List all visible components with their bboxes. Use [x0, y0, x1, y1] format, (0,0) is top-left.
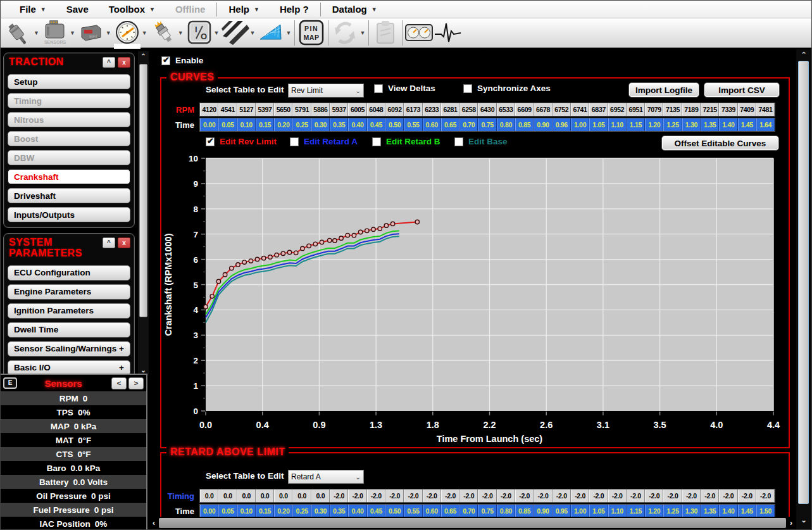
edit-base-checkbox[interactable]: [454, 137, 463, 146]
table-cell[interactable]: -2.0: [330, 489, 348, 502]
sidebar-item-crankshaft[interactable]: Crankshaft: [8, 169, 130, 184]
table-cell[interactable]: -2.0: [645, 489, 663, 502]
scrollbar-thumb[interactable]: [139, 64, 147, 317]
edit-sensors-button[interactable]: E: [3, 377, 17, 389]
crankshaft-chart[interactable]: 0123456789100.00.40.91.31.82.22.63.13.54…: [161, 153, 788, 447]
chevron-down-icon[interactable]: ▼: [285, 30, 291, 36]
table-cell[interactable]: 7135: [663, 103, 682, 116]
table-cell[interactable]: 0.20: [274, 118, 292, 131]
close-icon[interactable]: x: [118, 57, 130, 68]
table-cell[interactable]: 1.25: [663, 505, 682, 517]
table-cell[interactable]: 6752: [553, 103, 571, 116]
edit-retard-b-checkbox[interactable]: [372, 137, 381, 146]
table-cell[interactable]: 6233: [423, 103, 441, 116]
table-cell[interactable]: 0.0: [200, 489, 218, 502]
table-cell[interactable]: -2.0: [385, 489, 404, 502]
table-cell[interactable]: 0.0: [256, 489, 274, 502]
menu-help[interactable]: Help ?: [270, 1, 319, 18]
table-cell[interactable]: -2.0: [478, 489, 496, 502]
table-cell[interactable]: 0.0: [237, 489, 256, 502]
menu-file[interactable]: File▼: [9, 1, 56, 18]
efi-module-icon[interactable]: EFI: [77, 19, 106, 47]
table-cell[interactable]: -2.0: [663, 489, 682, 502]
table-cell[interactable]: 0.45: [367, 505, 385, 517]
scroll-right-icon[interactable]: ›: [786, 519, 796, 527]
table-cell[interactable]: 1.00: [571, 118, 589, 131]
tire-tread-icon[interactable]: [221, 19, 250, 47]
table-cell[interactable]: 1.05: [589, 505, 608, 517]
scroll-up-icon[interactable]: ⌃: [796, 51, 811, 59]
table-cell[interactable]: -2.0: [719, 489, 737, 502]
sidebar-item-basic-i-o[interactable]: Basic I/O+: [8, 360, 130, 375]
table-cell[interactable]: 5127: [237, 103, 256, 116]
table-cell[interactable]: 0.0: [292, 489, 311, 502]
table-cell[interactable]: 1.05: [589, 118, 608, 131]
table-cell[interactable]: -2.0: [404, 489, 422, 502]
table-cell[interactable]: 0.96: [553, 118, 571, 131]
table-cell[interactable]: 6430: [478, 103, 496, 116]
chevron-down-icon[interactable]: ▼: [70, 30, 75, 36]
injector-icon[interactable]: [4, 19, 34, 47]
table-cell[interactable]: 7215: [701, 103, 719, 116]
main-horizontal-scrollbar[interactable]: ‹ ›: [149, 517, 796, 529]
scroll-left-icon[interactable]: ‹: [149, 519, 159, 527]
sidebar-item-setup[interactable]: Setup: [8, 74, 130, 89]
table-cell[interactable]: 0.60: [423, 505, 441, 517]
table-cell[interactable]: 5397: [256, 103, 274, 116]
table-cell[interactable]: -2.0: [553, 489, 571, 502]
table-cell[interactable]: 6048: [367, 103, 385, 116]
table-cell[interactable]: 0.70: [459, 118, 478, 131]
table-cell[interactable]: 0.00: [200, 118, 218, 131]
table-cell[interactable]: 6609: [515, 103, 534, 116]
table-cell[interactable]: 1.15: [627, 118, 645, 131]
table-cell[interactable]: -2.0: [738, 489, 756, 502]
table-cell[interactable]: 0.55: [404, 118, 422, 131]
table-cell[interactable]: 0.10: [237, 505, 256, 517]
sidebar-item-inputs-outputs[interactable]: Inputs/Outputs: [8, 207, 130, 222]
sidebar-item-sensor-scaling-warnings[interactable]: Sensor Scaling/Warnings+: [8, 341, 130, 356]
table-cell[interactable]: 0.35: [330, 118, 348, 131]
table-cell[interactable]: 0.75: [478, 505, 496, 517]
table-cell[interactable]: 0.70: [459, 505, 478, 517]
sidebar-item-driveshaft[interactable]: Driveshaft: [8, 188, 130, 203]
sync-axes-checkbox[interactable]: [463, 84, 472, 93]
close-icon[interactable]: x: [118, 237, 130, 248]
table-cell[interactable]: 0.40: [348, 118, 366, 131]
table-cell[interactable]: 1.20: [645, 118, 663, 131]
table-cell[interactable]: -2.0: [571, 489, 589, 502]
table-cell[interactable]: 0.30: [311, 505, 330, 517]
table-cell[interactable]: 1.10: [608, 505, 627, 517]
table-cell[interactable]: -2.0: [701, 489, 719, 502]
table-cell[interactable]: 1.40: [719, 118, 737, 131]
import-csv-button[interactable]: Import CSV: [704, 82, 780, 98]
table-cell[interactable]: 7189: [682, 103, 701, 116]
table-cell[interactable]: 0.10: [237, 118, 256, 131]
table-cell[interactable]: 0.80: [497, 505, 515, 517]
table-cell[interactable]: 6952: [608, 103, 627, 116]
table-cell[interactable]: 0.15: [256, 118, 274, 131]
edit-rev-limit-checkbox[interactable]: [206, 137, 215, 146]
chevron-down-icon[interactable]: ▼: [250, 30, 256, 36]
table-cell[interactable]: -2.0: [682, 489, 701, 502]
table-cell[interactable]: 5791: [292, 103, 311, 116]
table-cell[interactable]: 7079: [645, 103, 663, 116]
pin-map-icon[interactable]: PINMAP: [297, 19, 326, 47]
table-select-dropdown[interactable]: Rev Limit⌄: [288, 84, 364, 98]
scroll-down-icon[interactable]: ⌄: [796, 516, 811, 524]
table-cell[interactable]: 6092: [385, 103, 404, 116]
table-cell[interactable]: 0.25: [292, 505, 311, 517]
table-cell[interactable]: 1.45: [738, 505, 756, 517]
chevron-down-icon[interactable]: ▼: [106, 30, 111, 36]
sidebar-item-engine-parameters[interactable]: Engine Parameters: [8, 284, 130, 300]
fan-icon[interactable]: [256, 19, 285, 47]
table-cell[interactable]: -2.0: [589, 489, 608, 502]
view-deltas-checkbox[interactable]: [374, 84, 383, 93]
offset-editable-curves-button[interactable]: Offset Editable Curves: [661, 136, 779, 151]
table-cell[interactable]: -2.0: [423, 489, 441, 502]
gauge-icon[interactable]: [113, 19, 142, 47]
table-cell[interactable]: 0.90: [534, 118, 552, 131]
chevron-down-icon[interactable]: ▼: [34, 30, 39, 36]
enable-checkbox[interactable]: [161, 56, 170, 65]
sidebar-item-dwell-time[interactable]: Dwell Time: [8, 322, 130, 338]
sparkplug-icon[interactable]: [149, 19, 178, 47]
